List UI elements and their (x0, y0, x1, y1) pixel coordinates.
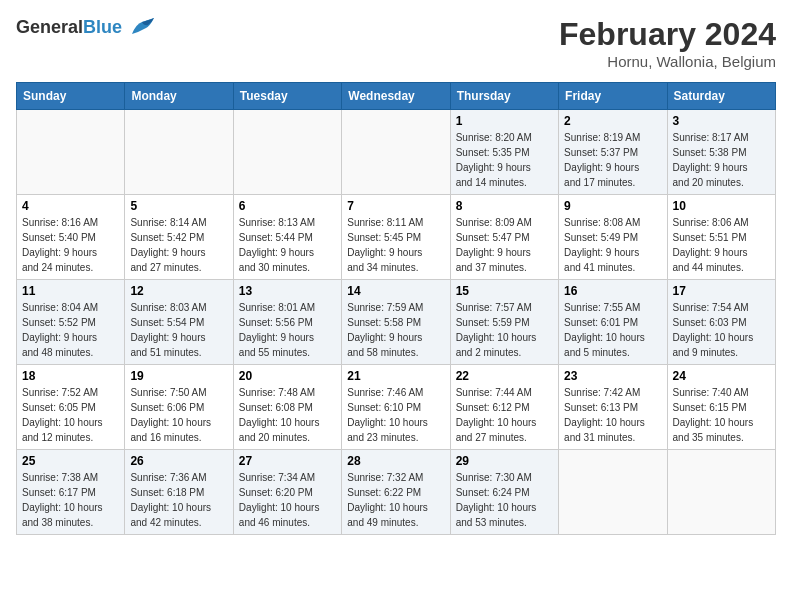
day-number: 13 (239, 284, 336, 298)
day-number: 4 (22, 199, 119, 213)
day-number: 17 (673, 284, 770, 298)
day-info: Sunrise: 8:17 AMSunset: 5:38 PMDaylight:… (673, 130, 770, 190)
calendar-cell: 27Sunrise: 7:34 AMSunset: 6:20 PMDayligh… (233, 450, 341, 535)
location-text: Hornu, Wallonia, Belgium (559, 53, 776, 70)
day-number: 8 (456, 199, 553, 213)
day-number: 19 (130, 369, 227, 383)
day-number: 29 (456, 454, 553, 468)
day-info: Sunrise: 7:57 AMSunset: 5:59 PMDaylight:… (456, 300, 553, 360)
day-info: Sunrise: 7:52 AMSunset: 6:05 PMDaylight:… (22, 385, 119, 445)
day-info: Sunrise: 7:46 AMSunset: 6:10 PMDaylight:… (347, 385, 444, 445)
calendar-cell (667, 450, 775, 535)
day-number: 1 (456, 114, 553, 128)
calendar-cell (233, 110, 341, 195)
day-number: 6 (239, 199, 336, 213)
calendar-cell: 22Sunrise: 7:44 AMSunset: 6:12 PMDayligh… (450, 365, 558, 450)
calendar-cell: 5Sunrise: 8:14 AMSunset: 5:42 PMDaylight… (125, 195, 233, 280)
calendar-cell: 4Sunrise: 8:16 AMSunset: 5:40 PMDaylight… (17, 195, 125, 280)
calendar-cell (559, 450, 667, 535)
day-info: Sunrise: 7:38 AMSunset: 6:17 PMDaylight:… (22, 470, 119, 530)
day-info: Sunrise: 7:55 AMSunset: 6:01 PMDaylight:… (564, 300, 661, 360)
calendar-cell: 24Sunrise: 7:40 AMSunset: 6:15 PMDayligh… (667, 365, 775, 450)
calendar-week-1: 1Sunrise: 8:20 AMSunset: 5:35 PMDaylight… (17, 110, 776, 195)
logo-general-text: General (16, 17, 83, 37)
calendar-cell: 3Sunrise: 8:17 AMSunset: 5:38 PMDaylight… (667, 110, 775, 195)
day-info: Sunrise: 7:54 AMSunset: 6:03 PMDaylight:… (673, 300, 770, 360)
title-block: February 2024 Hornu, Wallonia, Belgium (559, 16, 776, 70)
month-title: February 2024 (559, 16, 776, 53)
calendar-cell: 11Sunrise: 8:04 AMSunset: 5:52 PMDayligh… (17, 280, 125, 365)
day-number: 7 (347, 199, 444, 213)
day-number: 9 (564, 199, 661, 213)
calendar-cell (17, 110, 125, 195)
calendar-cell (125, 110, 233, 195)
calendar-cell: 28Sunrise: 7:32 AMSunset: 6:22 PMDayligh… (342, 450, 450, 535)
day-number: 5 (130, 199, 227, 213)
calendar-week-5: 25Sunrise: 7:38 AMSunset: 6:17 PMDayligh… (17, 450, 776, 535)
calendar-cell: 15Sunrise: 7:57 AMSunset: 5:59 PMDayligh… (450, 280, 558, 365)
day-info: Sunrise: 8:06 AMSunset: 5:51 PMDaylight:… (673, 215, 770, 275)
calendar-week-2: 4Sunrise: 8:16 AMSunset: 5:40 PMDaylight… (17, 195, 776, 280)
day-info: Sunrise: 8:01 AMSunset: 5:56 PMDaylight:… (239, 300, 336, 360)
calendar-cell: 18Sunrise: 7:52 AMSunset: 6:05 PMDayligh… (17, 365, 125, 450)
day-number: 26 (130, 454, 227, 468)
calendar-cell: 21Sunrise: 7:46 AMSunset: 6:10 PMDayligh… (342, 365, 450, 450)
calendar-cell: 14Sunrise: 7:59 AMSunset: 5:58 PMDayligh… (342, 280, 450, 365)
day-number: 28 (347, 454, 444, 468)
page-header: GeneralBlue February 2024 Hornu, Walloni… (16, 16, 776, 70)
day-number: 22 (456, 369, 553, 383)
column-header-saturday: Saturday (667, 83, 775, 110)
day-number: 2 (564, 114, 661, 128)
calendar-cell: 10Sunrise: 8:06 AMSunset: 5:51 PMDayligh… (667, 195, 775, 280)
column-header-friday: Friday (559, 83, 667, 110)
day-info: Sunrise: 8:20 AMSunset: 5:35 PMDaylight:… (456, 130, 553, 190)
calendar-header: SundayMondayTuesdayWednesdayThursdayFrid… (17, 83, 776, 110)
column-header-monday: Monday (125, 83, 233, 110)
calendar-cell: 2Sunrise: 8:19 AMSunset: 5:37 PMDaylight… (559, 110, 667, 195)
day-number: 21 (347, 369, 444, 383)
calendar-cell: 19Sunrise: 7:50 AMSunset: 6:06 PMDayligh… (125, 365, 233, 450)
column-header-wednesday: Wednesday (342, 83, 450, 110)
calendar-cell (342, 110, 450, 195)
day-number: 20 (239, 369, 336, 383)
calendar-cell: 25Sunrise: 7:38 AMSunset: 6:17 PMDayligh… (17, 450, 125, 535)
day-number: 14 (347, 284, 444, 298)
day-info: Sunrise: 7:48 AMSunset: 6:08 PMDaylight:… (239, 385, 336, 445)
day-number: 3 (673, 114, 770, 128)
day-number: 24 (673, 369, 770, 383)
calendar-cell: 26Sunrise: 7:36 AMSunset: 6:18 PMDayligh… (125, 450, 233, 535)
calendar-cell: 7Sunrise: 8:11 AMSunset: 5:45 PMDaylight… (342, 195, 450, 280)
logo-blue-text: Blue (83, 17, 122, 37)
calendar-cell: 6Sunrise: 8:13 AMSunset: 5:44 PMDaylight… (233, 195, 341, 280)
day-info: Sunrise: 7:59 AMSunset: 5:58 PMDaylight:… (347, 300, 444, 360)
day-info: Sunrise: 7:34 AMSunset: 6:20 PMDaylight:… (239, 470, 336, 530)
day-info: Sunrise: 8:16 AMSunset: 5:40 PMDaylight:… (22, 215, 119, 275)
calendar-table: SundayMondayTuesdayWednesdayThursdayFrid… (16, 82, 776, 535)
day-info: Sunrise: 7:44 AMSunset: 6:12 PMDaylight:… (456, 385, 553, 445)
calendar-body: 1Sunrise: 8:20 AMSunset: 5:35 PMDaylight… (17, 110, 776, 535)
calendar-cell: 29Sunrise: 7:30 AMSunset: 6:24 PMDayligh… (450, 450, 558, 535)
day-info: Sunrise: 8:14 AMSunset: 5:42 PMDaylight:… (130, 215, 227, 275)
day-info: Sunrise: 7:50 AMSunset: 6:06 PMDaylight:… (130, 385, 227, 445)
day-number: 12 (130, 284, 227, 298)
day-info: Sunrise: 7:36 AMSunset: 6:18 PMDaylight:… (130, 470, 227, 530)
column-header-sunday: Sunday (17, 83, 125, 110)
day-info: Sunrise: 8:03 AMSunset: 5:54 PMDaylight:… (130, 300, 227, 360)
calendar-cell: 12Sunrise: 8:03 AMSunset: 5:54 PMDayligh… (125, 280, 233, 365)
calendar-week-3: 11Sunrise: 8:04 AMSunset: 5:52 PMDayligh… (17, 280, 776, 365)
logo-bird-icon (128, 16, 156, 38)
calendar-cell: 23Sunrise: 7:42 AMSunset: 6:13 PMDayligh… (559, 365, 667, 450)
day-number: 23 (564, 369, 661, 383)
day-number: 18 (22, 369, 119, 383)
day-info: Sunrise: 7:40 AMSunset: 6:15 PMDaylight:… (673, 385, 770, 445)
calendar-cell: 8Sunrise: 8:09 AMSunset: 5:47 PMDaylight… (450, 195, 558, 280)
day-info: Sunrise: 7:32 AMSunset: 6:22 PMDaylight:… (347, 470, 444, 530)
day-info: Sunrise: 7:30 AMSunset: 6:24 PMDaylight:… (456, 470, 553, 530)
day-number: 11 (22, 284, 119, 298)
calendar-cell: 9Sunrise: 8:08 AMSunset: 5:49 PMDaylight… (559, 195, 667, 280)
calendar-cell: 17Sunrise: 7:54 AMSunset: 6:03 PMDayligh… (667, 280, 775, 365)
calendar-cell: 13Sunrise: 8:01 AMSunset: 5:56 PMDayligh… (233, 280, 341, 365)
calendar-week-4: 18Sunrise: 7:52 AMSunset: 6:05 PMDayligh… (17, 365, 776, 450)
day-info: Sunrise: 8:04 AMSunset: 5:52 PMDaylight:… (22, 300, 119, 360)
day-number: 25 (22, 454, 119, 468)
